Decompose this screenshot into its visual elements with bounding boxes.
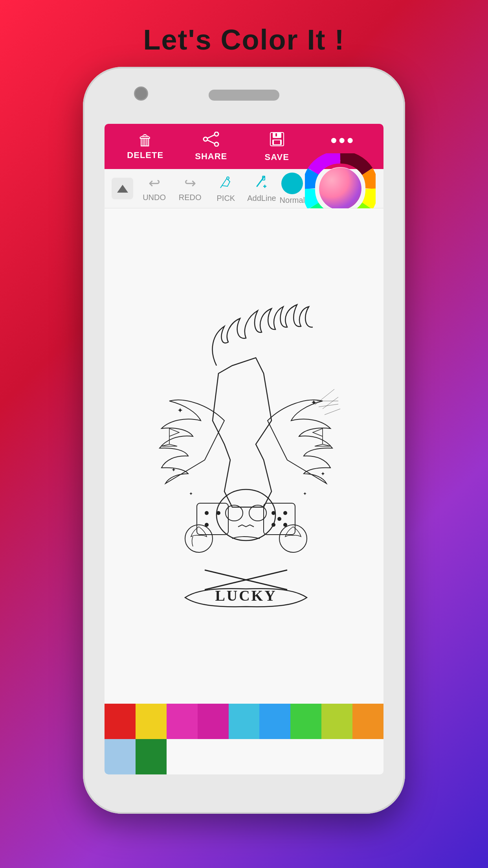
swatch-white-2[interactable] [198, 739, 229, 774]
color-palette [105, 704, 383, 774]
delete-icon: 🗑 [138, 133, 153, 148]
save-label: SAVE [265, 152, 289, 162]
swatch-white-1[interactable] [167, 739, 198, 774]
svg-point-12 [227, 177, 229, 179]
svg-point-24 [216, 511, 220, 515]
svg-point-30 [272, 523, 275, 527]
svg-point-27 [272, 511, 275, 515]
redo-button[interactable]: ↪ REDO [172, 175, 208, 202]
svg-marker-10 [117, 185, 128, 193]
svg-point-1 [215, 142, 218, 146]
collapse-button[interactable] [112, 178, 133, 199]
palette-row-1 [105, 704, 383, 739]
pick-icon [219, 175, 233, 192]
svg-rect-8 [274, 140, 280, 144]
svg-text:✦: ✦ [311, 399, 317, 406]
swatch-light-blue[interactable] [105, 739, 136, 774]
svg-point-23 [205, 511, 209, 515]
delete-button[interactable]: 🗑 DELETE [112, 133, 178, 160]
svg-text:✦: ✦ [171, 467, 176, 473]
addline-icon [255, 175, 269, 192]
pick-button[interactable]: PICK [208, 175, 244, 203]
swatch-cyan[interactable] [229, 704, 260, 739]
swatch-white-7[interactable] [352, 739, 383, 774]
svg-point-33 [279, 525, 307, 552]
swatch-red[interactable] [105, 704, 136, 739]
normal-label: Normal [280, 196, 305, 205]
swatch-magenta[interactable] [198, 704, 229, 739]
svg-text:✦: ✦ [321, 471, 325, 477]
share-icon [203, 132, 219, 149]
svg-text:✦: ✦ [189, 491, 193, 497]
svg-line-11 [220, 186, 222, 188]
share-button[interactable]: SHARE [178, 132, 244, 162]
svg-line-3 [207, 135, 215, 138]
swatch-blue[interactable] [259, 704, 290, 739]
svg-point-2 [204, 137, 207, 141]
app-background: Let's Color It ! 🗑 DELETE [0, 0, 488, 56]
canvas-area[interactable]: LUCKY ✦ ✦ ✦ ✦ ✦ ✦ [105, 208, 383, 704]
swatch-orange[interactable] [352, 704, 383, 739]
sub-toolbar: ↩ UNDO ↪ REDO PICK [105, 169, 383, 208]
svg-point-29 [277, 517, 281, 521]
swatch-white-3[interactable] [229, 739, 260, 774]
phone-camera [134, 86, 148, 101]
svg-text:✦: ✦ [177, 406, 183, 414]
normal-button[interactable]: Normal [280, 173, 305, 205]
more-dots-icon: ••• [330, 129, 355, 151]
save-icon [269, 131, 285, 150]
undo-button[interactable]: ↩ UNDO [136, 175, 172, 202]
pick-label: PICK [217, 194, 235, 203]
swatch-white-6[interactable] [321, 739, 352, 774]
tattoo-artwork: LUCKY ✦ ✦ ✦ ✦ ✦ ✦ [146, 295, 342, 617]
svg-text:LUCKY: LUCKY [215, 587, 277, 604]
swatch-green[interactable] [290, 704, 321, 739]
phone-frame: 🗑 DELETE SHARE [83, 67, 405, 814]
swatch-pink[interactable] [167, 704, 198, 739]
undo-icon: ↩ [149, 175, 160, 191]
svg-point-19 [216, 489, 275, 541]
palette-row-2 [105, 739, 383, 774]
swatch-white-4[interactable] [259, 739, 290, 774]
delete-label: DELETE [127, 150, 163, 160]
svg-point-32 [185, 525, 213, 552]
phone-speaker [209, 90, 279, 101]
svg-line-4 [207, 140, 215, 143]
app-title: Let's Color It ! [0, 0, 488, 56]
swatch-white-5[interactable] [290, 739, 321, 774]
normal-color-indicator [281, 173, 303, 194]
svg-rect-9 [275, 133, 277, 136]
svg-text:✦: ✦ [303, 491, 307, 497]
addline-button[interactable]: AddLine [244, 175, 279, 203]
svg-rect-22 [197, 503, 228, 535]
svg-point-28 [283, 511, 287, 515]
color-inner-fill [319, 167, 361, 210]
save-button[interactable]: SAVE [244, 131, 310, 162]
swatch-yellow[interactable] [136, 704, 167, 739]
phone-screen: 🗑 DELETE SHARE [105, 124, 383, 774]
redo-icon: ↪ [184, 175, 196, 191]
share-label: SHARE [195, 151, 227, 162]
swatch-lime[interactable] [321, 704, 352, 739]
undo-label: UNDO [143, 193, 166, 202]
redo-label: REDO [179, 193, 202, 202]
svg-point-0 [215, 132, 218, 136]
swatch-dark-green[interactable] [136, 739, 167, 774]
addline-label: AddLine [247, 194, 276, 203]
